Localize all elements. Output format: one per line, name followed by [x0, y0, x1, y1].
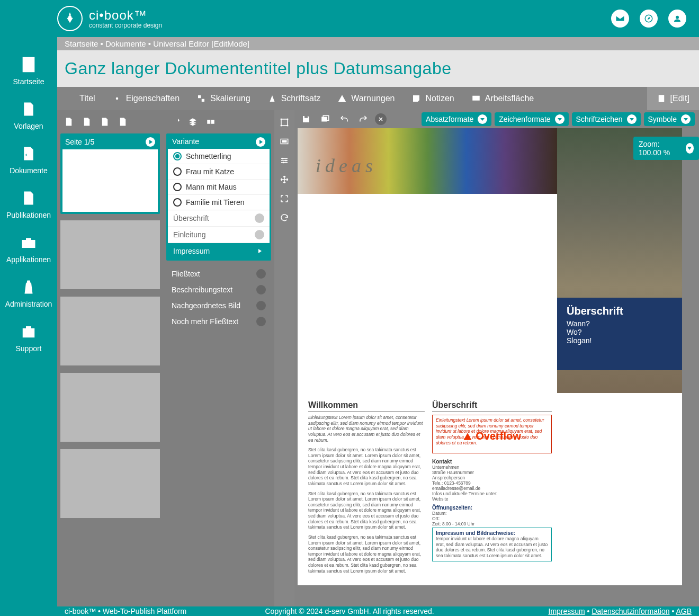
- svg-rect-12: [282, 140, 287, 143]
- logo[interactable]: ci•book™ constant corporate design: [57, 6, 162, 31]
- nav-publikationen[interactable]: Publikationen: [0, 183, 57, 228]
- page-thumbnail-preview: [62, 149, 158, 212]
- nav-vorlagen[interactable]: Vorlagen: [0, 94, 57, 139]
- fullscreen-icon[interactable]: [276, 191, 292, 207]
- kontakt-line: Infos und aktuelle Termine unter:: [432, 491, 552, 496]
- dropdown-absatzformate[interactable]: Absatzformate: [422, 112, 491, 126]
- tab-notizen[interactable]: Notizen: [403, 87, 462, 110]
- nav-applikationen[interactable]: Applikationen: [0, 228, 57, 272]
- move-icon[interactable]: [276, 172, 292, 188]
- footer-link-impressum[interactable]: Impressum: [549, 607, 585, 615]
- frame-icon[interactable]: [276, 133, 292, 149]
- variant-option[interactable]: Familie mit Tieren: [168, 195, 270, 210]
- file-delete-icon[interactable]: [115, 114, 130, 129]
- section-item[interactable]: Noch mehr Fließtext: [166, 314, 271, 329]
- bounding-box-icon[interactable]: [276, 114, 292, 130]
- images-icon[interactable]: [318, 112, 333, 127]
- page-thumb-blank[interactable]: [60, 449, 160, 518]
- nav-administration[interactable]: Administration: [0, 272, 57, 317]
- kontakt-line: Ansprechperson: [432, 475, 552, 480]
- page-thumb-blank[interactable]: [60, 373, 160, 442]
- nav-support[interactable]: Support: [0, 317, 57, 361]
- code-file-icon: [0, 144, 57, 163]
- heading: Überschrift: [432, 400, 552, 412]
- breadcrumb[interactable]: Startseite • Dokumente • Universal Edito…: [57, 37, 699, 50]
- close-icon[interactable]: [375, 113, 387, 125]
- footer-link-datenschutz[interactable]: Datenschutzinformation: [592, 607, 669, 615]
- tab-eigenschaften[interactable]: Eigenschaften: [104, 87, 188, 110]
- chevron-right-icon: [255, 213, 264, 223]
- page-thumb-blank[interactable]: [60, 220, 160, 289]
- undo-icon[interactable]: [337, 112, 352, 127]
- sliders-icon[interactable]: [276, 153, 292, 168]
- nav-label: Applikationen: [6, 255, 51, 264]
- section-item[interactable]: Nachgeordnetes Bild: [166, 298, 271, 314]
- section-item[interactable]: Einleitung: [168, 227, 270, 243]
- section-item[interactable]: Beschreibungstext: [166, 282, 271, 298]
- variant-option[interactable]: Frau mit Katze: [168, 164, 270, 180]
- panel-expand-icon[interactable]: [256, 137, 265, 147]
- overflow-warning-box[interactable]: Einleitungstext Lorem ipsum dolor sit am…: [432, 415, 552, 453]
- template-icon: [0, 100, 57, 119]
- align-icon[interactable]: [167, 114, 182, 129]
- tab-editmode[interactable]: [Edit]: [647, 87, 699, 110]
- page-expand-icon[interactable]: [146, 137, 155, 147]
- body-column-right: Überschrift Einleitungstext Lorem ipsum …: [430, 393, 557, 585]
- footer: ci-book™ • Web-To-Publish Plattform Copy…: [0, 606, 699, 616]
- file-new-icon[interactable]: [61, 114, 76, 129]
- save-icon[interactable]: [299, 112, 313, 127]
- nav-label: Administration: [5, 300, 52, 308]
- tab-schriftsatz[interactable]: Schriftsatz: [259, 87, 329, 110]
- section-item[interactable]: Fließtext: [166, 266, 271, 282]
- dropdown-schriftzeichen[interactable]: Schriftzeichen: [572, 112, 641, 126]
- kontakt-line: Tele.: 0123-456789: [432, 480, 552, 486]
- variant-option[interactable]: Schmetterling: [168, 149, 270, 164]
- radio-icon: [173, 152, 182, 160]
- section-item[interactable]: Impressum: [168, 243, 270, 259]
- dropdown-symbole[interactable]: Symbole: [644, 112, 695, 126]
- tab-arbeitsflaeche[interactable]: Arbeitsfläche: [463, 87, 543, 110]
- refresh-icon[interactable]: [276, 210, 292, 226]
- variant-option[interactable]: Mann mit Maus: [168, 180, 270, 195]
- svg-point-7: [281, 119, 282, 120]
- compass-icon[interactable]: [640, 10, 658, 28]
- redo-icon[interactable]: [356, 112, 371, 127]
- nav-label: Dokumente: [10, 166, 48, 175]
- dropdown-zeichenformate[interactable]: Zeichenformate: [495, 112, 568, 126]
- section-item[interactable]: Überschrift: [168, 210, 270, 227]
- user-icon[interactable]: [668, 10, 686, 28]
- building-icon: [0, 55, 57, 74]
- nav-startseite[interactable]: Startseite: [0, 50, 57, 94]
- tab-warnungen[interactable]: Warnungen: [329, 87, 403, 110]
- tab-titel[interactable]: Titel: [57, 87, 104, 110]
- brand-tagline: constant corporate design: [89, 22, 162, 29]
- footer-link-agb[interactable]: AGB: [676, 607, 692, 615]
- section-label: Einleitung: [173, 230, 206, 239]
- tabbar: Titel Eigenschaften Skalierung Schriftsa…: [57, 87, 699, 110]
- chevron-right-icon: [256, 285, 266, 294]
- impressum-box[interactable]: Impressum und Bildnachweise: tempor invi…: [432, 528, 552, 561]
- page-thumb-blank[interactable]: [60, 297, 160, 365]
- radio-icon: [173, 167, 182, 176]
- canvas-tools: [274, 110, 294, 606]
- side-title: Überschrift: [567, 305, 673, 317]
- variant-label: Frau mit Katze: [186, 167, 234, 176]
- nav-dokumente[interactable]: Dokumente: [0, 139, 57, 183]
- side-overlay-box: Überschrift Wann? Wo? Slogan!: [557, 298, 682, 370]
- page-thumb-active[interactable]: Seite 1/5: [60, 133, 160, 214]
- file-duplicate-icon[interactable]: [97, 114, 112, 129]
- tab-skalierung[interactable]: Skalierung: [188, 87, 259, 110]
- file-add-icon[interactable]: [79, 114, 94, 129]
- panel-title: Variante: [172, 137, 199, 147]
- layers-icon[interactable]: [185, 114, 200, 129]
- canvas-toolbar: Absatzformate Zeichenformate Schriftzeic…: [294, 110, 699, 128]
- group-icon[interactable]: [203, 114, 218, 129]
- zoom-dropdown[interactable]: Zoom: 100.00 %: [633, 137, 699, 160]
- svg-rect-6: [281, 119, 288, 126]
- chevron-right-icon: [256, 301, 266, 310]
- mail-icon[interactable]: [611, 10, 629, 28]
- svg-point-13: [282, 158, 284, 159]
- document-page[interactable]: Überschrift Wann? Wo? Slogan! Willkommen…: [298, 128, 682, 585]
- nav-label: Vorlagen: [14, 122, 43, 130]
- body-text: Stet clita kasd gubergren, no sea takima…: [308, 447, 425, 486]
